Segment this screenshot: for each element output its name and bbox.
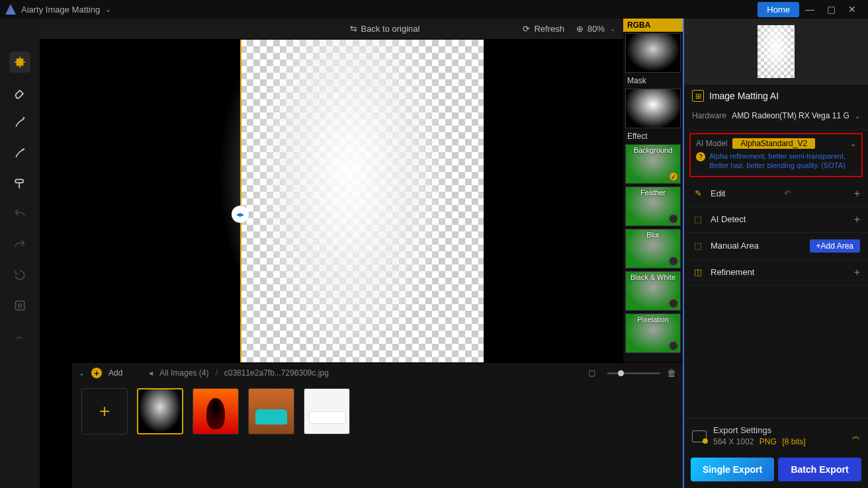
hardware-value: AMD Radeon(TM) RX Vega 11 G	[732, 111, 849, 120]
export-icon	[692, 430, 707, 442]
zoom-icon: ⊕	[576, 24, 584, 34]
compare-icon	[13, 299, 26, 312]
ai-detect-section[interactable]: ⬚ AI Detect +	[684, 207, 868, 233]
export-dims: 564 X 1002	[713, 437, 754, 446]
edit-icon: ✎	[692, 188, 704, 200]
svg-point-3	[19, 304, 22, 307]
matting-ai-icon: ⊞	[692, 90, 704, 102]
effect-pixelation[interactable]: Pixelation	[625, 313, 681, 353]
comparison-canvas[interactable]: ◂▸	[179, 40, 484, 376]
zoom-control[interactable]: ⊕ 80% ⌄	[576, 24, 615, 34]
refresh-icon: ⟳	[523, 24, 530, 34]
export-bits: [8 bits]	[782, 437, 805, 446]
model-description: Alpha refinement, better semi-transparen…	[709, 151, 846, 171]
back-arrow-icon[interactable]: ◂	[149, 368, 153, 378]
plus-icon[interactable]: +	[854, 266, 860, 278]
thumbnail-size-slider[interactable]	[607, 372, 660, 374]
collapse-gallery-icon[interactable]: ⌄	[79, 369, 85, 378]
add-area-button[interactable]: +Add Area	[810, 239, 860, 253]
app-title: Aiarty Image Matting	[21, 5, 100, 15]
eraser-icon	[13, 86, 26, 99]
home-button[interactable]: Home	[758, 2, 799, 17]
close-button[interactable]: ✕	[842, 0, 863, 19]
move-tool[interactable]	[9, 52, 30, 73]
effect-feather[interactable]: Feather	[625, 186, 681, 226]
collapse-tools[interactable]: ︽	[9, 325, 30, 346]
title-dropdown-icon[interactable]: ⌄	[105, 5, 111, 14]
thumbnail-size-icon: ▢	[588, 368, 595, 378]
check-icon	[669, 299, 678, 308]
chevron-up-icon[interactable]: ︽	[852, 430, 860, 442]
gallery-thumbnails: +	[72, 383, 683, 488]
tab-rgba[interactable]: RGBA	[623, 19, 683, 32]
mini-preview-image	[758, 25, 795, 78]
mini-preview	[684, 19, 868, 85]
breadcrumb-file: c03811e2a7fb...7296309c.jpg	[224, 368, 329, 378]
svg-rect-1	[15, 179, 23, 183]
paint-roller-icon	[13, 177, 26, 190]
gallery-toolbar: ⌄ + Add ◂ All Images (4) / c03811e2a7fb.…	[72, 363, 683, 383]
breadcrumb-all[interactable]: All Images (4)	[159, 368, 208, 378]
reset-tool[interactable]	[9, 264, 30, 286]
mask-thumbnail[interactable]	[625, 89, 681, 128]
check-icon	[669, 257, 678, 266]
redo-tool[interactable]	[9, 234, 30, 255]
delete-icon[interactable]: 🗑	[667, 368, 676, 378]
tool-sidebar: ︽	[0, 19, 40, 488]
rgba-thumbnail[interactable]	[625, 33, 681, 73]
minimize-button[interactable]: —	[799, 0, 820, 19]
brush-add-tool[interactable]	[9, 112, 30, 134]
back-to-original-button[interactable]: ⇆ Back to original	[350, 24, 420, 34]
add-image-icon[interactable]: +	[91, 368, 102, 378]
tab-effect: Effect	[623, 130, 683, 143]
ai-model-dropdown[interactable]: AlphaStandard_V2	[732, 138, 815, 149]
plus-icon[interactable]: +	[854, 214, 860, 225]
right-panel: ⊞ Image Matting AI Hardware AMD Radeon(T…	[683, 19, 868, 488]
manual-area-section[interactable]: ⬚ Manual Area +Add Area	[684, 233, 868, 260]
help-icon[interactable]: ?	[696, 152, 705, 161]
thumbnail-4[interactable]	[304, 388, 350, 434]
detect-icon: ⬚	[692, 214, 704, 225]
thumbnail-2[interactable]	[193, 388, 239, 434]
section-title: Image Matting AI	[709, 91, 779, 101]
maximize-button[interactable]: ▢	[820, 0, 842, 19]
undo-icon	[13, 208, 26, 221]
export-title: Export Settings	[713, 425, 806, 435]
batch-export-button[interactable]: Batch Export	[778, 458, 861, 481]
zoom-value: 80%	[587, 24, 605, 34]
single-export-button[interactable]: Single Export	[691, 458, 774, 481]
canvas-toolbar: ⇆ Back to original ⟳ Refresh ⊕ 80% ⌄	[40, 19, 623, 40]
export-format: PNG	[760, 437, 777, 446]
swap-icon: ⇆	[350, 24, 357, 34]
eraser-tool[interactable]	[9, 82, 30, 103]
check-icon	[669, 214, 678, 224]
edit-section[interactable]: ✎ Edit ↶ +	[684, 181, 868, 207]
svg-rect-0	[17, 59, 23, 65]
refinement-section[interactable]: ◫ Refinement +	[684, 260, 868, 286]
thumbnail-1[interactable]	[137, 388, 183, 434]
brush-remove-tool[interactable]	[9, 143, 30, 164]
effect-blur[interactable]: Blur	[625, 229, 681, 268]
comparison-handle[interactable]: ◂▸	[232, 206, 249, 223]
tab-mask[interactable]: Mask	[623, 74, 683, 87]
add-label[interactable]: Add	[108, 368, 122, 378]
redo-icon	[13, 238, 26, 251]
app-logo-icon	[5, 4, 16, 15]
refinement-icon: ◫	[692, 266, 704, 278]
chevron-down-icon[interactable]: ⌄	[850, 140, 856, 148]
plus-icon[interactable]: +	[854, 188, 860, 200]
ai-model-label: AI Model	[696, 139, 727, 148]
svg-rect-2	[15, 301, 24, 309]
chevron-down-icon[interactable]: ⌄	[855, 112, 860, 120]
titlebar: Aiarty Image Matting ⌄ Home — ▢ ✕	[0, 0, 868, 19]
export-settings[interactable]: Export Settings 564 X 1002 PNG [8 bits] …	[684, 418, 868, 454]
thumbnail-3[interactable]	[248, 388, 294, 434]
effect-black-white[interactable]: Black & White	[625, 271, 681, 311]
effect-background[interactable]: Background ✓	[625, 144, 681, 184]
undo-tool[interactable]	[9, 204, 30, 225]
undo-icon[interactable]: ↶	[784, 188, 791, 198]
refresh-button[interactable]: ⟳ Refresh	[523, 24, 564, 34]
paint-tool[interactable]	[9, 173, 30, 194]
add-tile[interactable]: +	[81, 388, 128, 434]
compare-tool[interactable]	[9, 295, 30, 316]
